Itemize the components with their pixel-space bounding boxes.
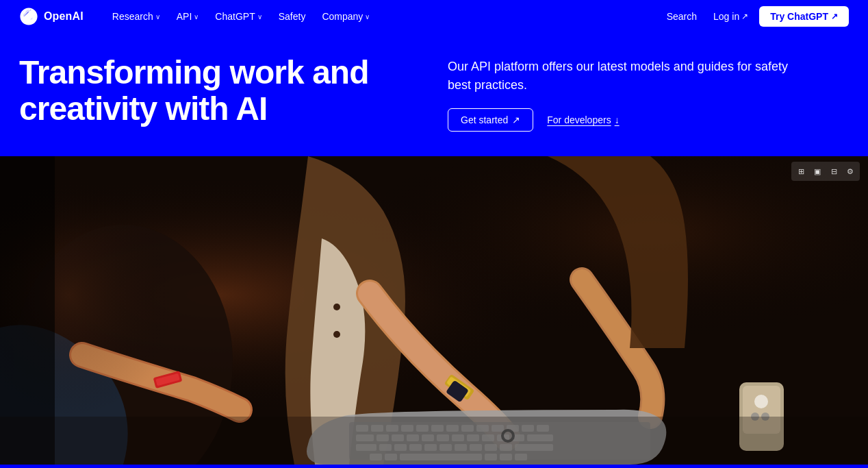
hero-left: Transforming work and creativity with AI <box>19 55 420 127</box>
hero-right: Our API platform offers our latest model… <box>448 55 849 132</box>
hero-buttons: Get started ↗ For developers ↓ <box>448 108 849 132</box>
nav-api[interactable]: API ∨ <box>170 7 206 26</box>
nav-right: Search Log in ↗ Try ChatGPT ↗ <box>661 6 849 27</box>
openai-logo-icon <box>19 7 38 26</box>
nav-links: Research ∨ API ∨ ChatGPT ∨ Safety Compan… <box>105 7 661 26</box>
nav-company[interactable]: Company ∨ <box>315 7 376 26</box>
toolbar-expand-icon[interactable]: ⊟ <box>826 164 841 179</box>
get-started-button[interactable]: Get started ↗ <box>448 108 533 132</box>
toolbar-grid-icon[interactable]: ⊞ <box>793 164 808 179</box>
search-button[interactable]: Search <box>661 7 702 26</box>
api-chevron-icon: ∨ <box>194 13 199 21</box>
svg-point-59 <box>754 395 768 408</box>
company-chevron-icon: ∨ <box>365 13 370 21</box>
toolbar-settings-icon[interactable]: ⚙ <box>843 164 858 179</box>
svg-point-6 <box>333 304 340 310</box>
research-chevron-icon: ∨ <box>155 13 160 21</box>
nav-chatgpt[interactable]: ChatGPT ∨ <box>208 7 268 26</box>
hero-headline: Transforming work and creativity with AI <box>19 55 420 127</box>
image-toolbar: ⊞ ▣ ⊟ ⚙ <box>791 162 860 181</box>
login-button[interactable]: Log in ↗ <box>708 7 754 26</box>
nav-safety[interactable]: Safety <box>272 7 313 26</box>
for-devs-arrow-icon: ↓ <box>615 114 620 125</box>
hero-image-section: ⊞ ▣ ⊟ ⚙ <box>0 156 868 465</box>
try-arrow-icon: ↗ <box>831 12 838 21</box>
svg-rect-62 <box>0 417 868 465</box>
hero-description: Our API platform offers our latest model… <box>448 58 804 95</box>
get-started-arrow-icon: ↗ <box>512 114 520 125</box>
try-chatgpt-button[interactable]: Try ChatGPT ↗ <box>759 6 849 27</box>
logo[interactable]: OpenAI <box>19 7 84 26</box>
nav-research[interactable]: Research ∨ <box>105 7 167 26</box>
hero-image <box>0 156 868 465</box>
hero-section: Transforming work and creativity with AI… <box>0 33 868 156</box>
svg-point-7 <box>333 331 340 338</box>
scene-illustration <box>0 156 868 465</box>
main-nav: OpenAI Research ∨ API ∨ ChatGPT ∨ Safety… <box>0 0 868 33</box>
chatgpt-chevron-icon: ∨ <box>257 13 262 21</box>
logo-text: OpenAI <box>44 10 84 23</box>
login-arrow-icon: ↗ <box>741 12 748 21</box>
for-developers-link[interactable]: For developers ↓ <box>547 114 619 125</box>
toolbar-square-icon[interactable]: ▣ <box>810 164 825 179</box>
